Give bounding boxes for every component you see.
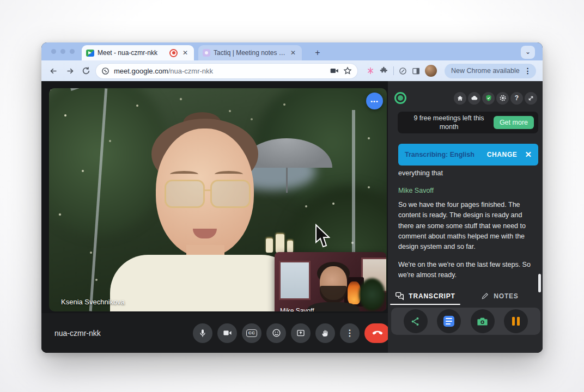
reactions-button[interactable]: [266, 323, 286, 343]
pencil-icon: [481, 292, 489, 300]
mouse-cursor: [314, 224, 330, 249]
pause-recording-button[interactable]: [504, 309, 528, 333]
close-banner-icon[interactable]: ✕: [525, 150, 532, 160]
settings-gear-icon[interactable]: [496, 92, 509, 105]
browser-toolbar: meet.google.com/nua-czmr-nkk New Chrome …: [41, 60, 543, 81]
extensions-row: [366, 65, 437, 77]
tactiq-actions-bar: [391, 308, 540, 335]
meet-favicon-icon: [86, 50, 94, 57]
tab-strip: Meet - nua-czmr-nkk ✕ Tactiq | Meeting n…: [41, 42, 543, 60]
browser-window: Meet - nua-czmr-nkk ✕ Tactiq | Meeting n…: [41, 42, 543, 353]
cloud-sync-icon[interactable]: [468, 92, 480, 105]
tactiq-header: ?: [394, 89, 537, 107]
camera-icon: [477, 317, 488, 326]
recording-indicator-icon: [169, 49, 178, 57]
end-call-button[interactable]: [364, 323, 390, 343]
meet-control-bar: nua-czmr-nkk CC ⋮: [41, 313, 388, 353]
more-options-button[interactable]: ⋮: [340, 323, 360, 343]
resize-panel-icon[interactable]: [525, 92, 537, 105]
reload-icon[interactable]: [80, 64, 93, 77]
meet-stage: Ksenia Svechnikova Mike Savoff •••: [41, 81, 388, 353]
transcript-list[interactable]: everything that Mike Savoff So we have t…: [398, 168, 535, 287]
transcribing-banner: Transcribing: English CHANGE ✕: [398, 144, 538, 166]
tab-title: Meet - nua-czmr-nkk: [98, 49, 166, 57]
quota-text: 9 free meetings left this month: [405, 114, 492, 132]
candle: [266, 238, 273, 253]
toolbar-divider: [393, 66, 394, 75]
tab-transcript-label: TRANSCRIPT: [409, 292, 455, 300]
tactiq-logo-icon: [394, 92, 406, 104]
profile-avatar[interactable]: [425, 65, 437, 77]
performance-icon[interactable]: [399, 67, 407, 75]
share-button[interactable]: [404, 309, 428, 333]
transcript-text: So we have the four pages finished. The …: [398, 200, 535, 253]
raise-hand-button[interactable]: [315, 323, 335, 343]
tab-notes-label: NOTES: [494, 292, 518, 300]
camera-button[interactable]: [217, 323, 237, 343]
pip-participant-shirt: [307, 302, 360, 311]
glasses-lens: [210, 180, 251, 208]
get-more-button[interactable]: Get more: [494, 116, 534, 129]
candle: [276, 234, 284, 253]
close-tab-icon[interactable]: ✕: [181, 48, 190, 57]
close-tab-icon[interactable]: ✕: [289, 48, 297, 57]
chrome-update-button[interactable]: New Chrome available ⋮: [445, 64, 536, 78]
transcript-text: We're on the we're on the last few steps…: [398, 260, 535, 281]
tab-search-chevron-icon[interactable]: ⌄: [521, 46, 535, 59]
participant-shirt: [110, 255, 300, 311]
pip-window: [279, 261, 311, 300]
eyebrow: [170, 171, 198, 177]
help-icon[interactable]: ?: [510, 92, 523, 105]
main-video-tile[interactable]: Ksenia Svechnikova Mike Savoff: [49, 88, 387, 311]
document-icon: [443, 316, 454, 327]
pip-video-tile[interactable]: Mike Savoff: [275, 252, 386, 311]
glasses-lens: [165, 180, 205, 208]
site-info-icon[interactable]: [101, 67, 110, 75]
tab-transcript[interactable]: TRANSCRIPT: [388, 288, 463, 304]
tab-tactiq[interactable]: Tactiq | Meeting notes powe ✕: [198, 45, 302, 60]
change-language-button[interactable]: CHANGE: [487, 151, 518, 158]
pip-participant-beard: [320, 286, 347, 303]
open-notes-doc-button[interactable]: [437, 309, 461, 333]
candle: [287, 241, 293, 253]
pause-icon: [512, 317, 520, 326]
update-label: New Chrome available: [451, 67, 520, 75]
camera-permission-icon[interactable]: [330, 67, 339, 75]
side-panel-icon[interactable]: [412, 67, 420, 75]
meeting-code: nua-czmr-nkk: [54, 329, 101, 338]
forward-icon[interactable]: [63, 64, 76, 77]
tab-notes[interactable]: NOTES: [463, 288, 537, 304]
microphone-button[interactable]: [193, 323, 212, 343]
tab-title: Tactiq | Meeting notes powe: [214, 49, 285, 57]
transcript-text: everything that: [398, 168, 535, 179]
pip-name-label: Mike Savoff: [280, 307, 314, 311]
chat-bubble-more-icon[interactable]: •••: [366, 93, 383, 109]
sidebar-tabs: TRANSCRIPT NOTES: [388, 288, 537, 304]
address-bar[interactable]: meet.google.com/nua-czmr-nkk: [96, 64, 357, 78]
quota-card: 9 free meetings left this month Get more: [398, 112, 538, 133]
url-text: meet.google.com/nua-czmr-nkk: [114, 67, 326, 75]
eyebrow: [215, 171, 243, 177]
tactiq-favicon-icon: [203, 49, 210, 57]
extensions-puzzle-icon[interactable]: [380, 66, 388, 75]
chat-bubbles-icon: [395, 292, 404, 300]
new-tab-button[interactable]: +: [312, 47, 324, 59]
present-button[interactable]: [291, 323, 311, 343]
back-icon[interactable]: [47, 64, 60, 77]
scrollbar-thumb[interactable]: [538, 274, 541, 292]
browser-menu-icon[interactable]: ⋮: [524, 66, 532, 75]
home-icon[interactable]: [454, 92, 466, 105]
shield-check-icon[interactable]: [482, 92, 495, 105]
string-lights: [49, 88, 51, 90]
window-controls[interactable]: [51, 49, 75, 54]
participant-name-label: Ksenia Svechnikova: [61, 298, 125, 306]
bookmark-star-icon[interactable]: [343, 66, 352, 75]
tactiq-sidebar: ? 9 free meetings left this month Get mo…: [388, 81, 543, 353]
transcript-speaker: Mike Savoff: [398, 186, 535, 196]
glasses-bridge: [204, 189, 211, 191]
captions-button[interactable]: CC: [242, 323, 261, 343]
tab-meet[interactable]: Meet - nua-czmr-nkk ✕: [82, 45, 194, 60]
transcribing-label: Transcribing: English: [405, 151, 482, 158]
screenshot-button[interactable]: [471, 309, 495, 333]
tactiq-extension-icon[interactable]: [366, 66, 375, 75]
